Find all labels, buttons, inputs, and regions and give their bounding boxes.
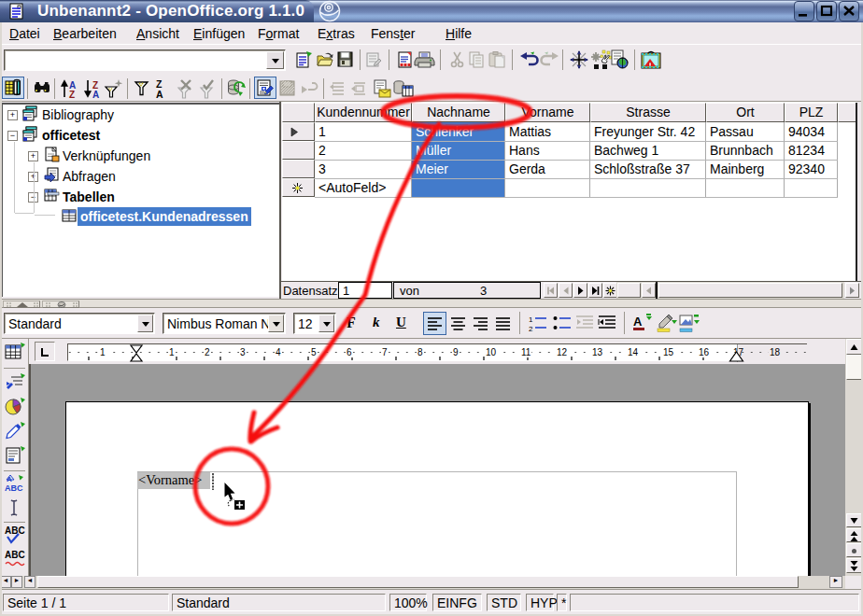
- svg-text:Z: Z: [69, 90, 75, 100]
- svg-text:2: 2: [529, 325, 533, 333]
- svg-text:A: A: [633, 315, 643, 329]
- svg-text:A: A: [7, 475, 12, 483]
- svg-text:1: 1: [529, 315, 533, 324]
- svg-text:A: A: [156, 89, 163, 100]
- svg-text:ABC: ABC: [5, 525, 25, 536]
- svg-text:A: A: [92, 90, 99, 100]
- svg-text:ABC: ABC: [5, 483, 23, 493]
- svg-text:ABC: ABC: [5, 550, 25, 560]
